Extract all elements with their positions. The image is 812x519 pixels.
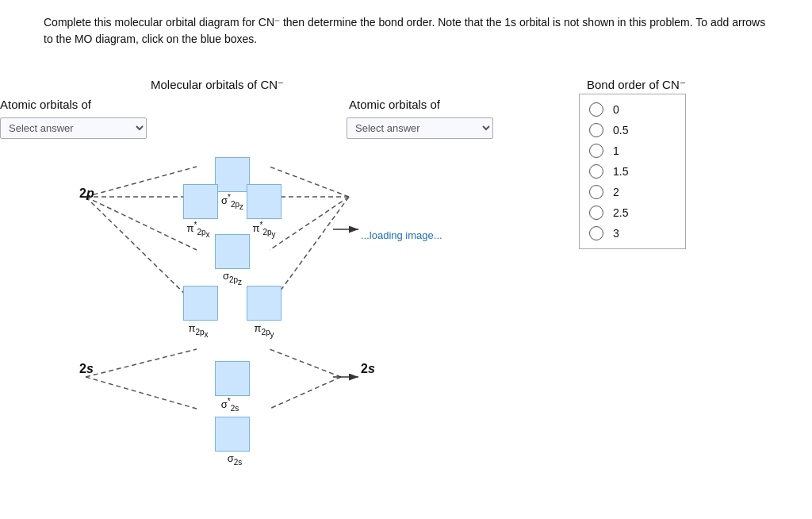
period-2s-left-label: 2s [79, 362, 94, 376]
bond-order-value-2: 2 [613, 186, 619, 198]
sigma-2pz-star-box[interactable] [215, 157, 250, 192]
svg-line-4 [86, 197, 197, 306]
svg-line-8 [270, 197, 349, 306]
select-left-container[interactable]: Select answer [0, 117, 147, 139]
sigma-2s-label: σ2s [207, 452, 262, 467]
sigma-2s-box[interactable] [215, 417, 250, 452]
pi-2px-box[interactable] [183, 286, 218, 321]
bond-order-title: Bond order of CN⁻ [587, 78, 686, 92]
mo-diagram-title: Molecular orbitals of CN⁻ [151, 78, 284, 92]
radio-15[interactable] [589, 164, 603, 179]
bond-order-row-05[interactable]: 0.5 [589, 123, 676, 137]
sigma-2pz-box[interactable] [215, 234, 250, 269]
bond-order-value-05: 0.5 [613, 124, 628, 136]
sigma-2pz-label: σ2pz [205, 270, 260, 286]
svg-line-10 [86, 349, 197, 377]
bond-order-row-0[interactable]: 0 [589, 102, 676, 117]
sigma-2s-star-label: σ*2s [202, 397, 258, 413]
pi-2px-label: π2px [170, 322, 226, 339]
radio-05[interactable] [589, 123, 603, 137]
svg-line-11 [86, 377, 197, 409]
pi-2py-label: π2py [236, 322, 292, 339]
bond-order-value-0: 0 [613, 103, 619, 116]
radio-0[interactable] [589, 102, 603, 117]
select-right-container[interactable]: Select answer [347, 117, 493, 139]
radio-2[interactable] [589, 185, 603, 199]
ao-left-label: Atomic orbitals of [0, 98, 91, 111]
loading-image-text: ...loading image... [361, 229, 442, 241]
bond-order-value-3: 3 [613, 227, 619, 240]
svg-line-13 [270, 377, 341, 409]
instructions: Complete this molecular orbital diagram … [44, 14, 768, 48]
svg-line-12 [270, 349, 341, 377]
bond-order-panel: 0 0.5 1 1.5 2 2.5 3 [579, 94, 686, 249]
bond-order-row-1[interactable]: 1 [589, 144, 676, 158]
bond-order-value-1: 1 [613, 144, 619, 157]
radio-25[interactable] [589, 206, 603, 220]
period-2p-left-label: 2p [79, 186, 94, 201]
svg-line-1 [86, 167, 197, 197]
ao-right-label: Atomic orbitals of [349, 98, 440, 111]
bond-order-row-3[interactable]: 3 [589, 226, 676, 240]
radio-1[interactable] [589, 144, 603, 158]
select-right-input[interactable]: Select answer [347, 117, 493, 139]
pi-2py-star-box[interactable] [247, 184, 282, 219]
pi-2px-star-box[interactable] [183, 184, 218, 219]
svg-line-5 [270, 167, 349, 197]
bond-order-value-25: 2.5 [613, 206, 628, 219]
bond-order-row-15[interactable]: 1.5 [589, 164, 676, 179]
pi-2py-box[interactable] [247, 286, 282, 321]
period-2s-right-label: 2s [361, 362, 375, 376]
select-left-input[interactable]: Select answer [0, 117, 147, 139]
radio-3[interactable] [589, 226, 603, 240]
bond-order-row-25[interactable]: 2.5 [589, 206, 676, 220]
bond-order-row-2[interactable]: 2 [589, 185, 676, 199]
bond-order-value-15: 1.5 [613, 165, 628, 178]
sigma-2s-star-box[interactable] [215, 361, 250, 396]
